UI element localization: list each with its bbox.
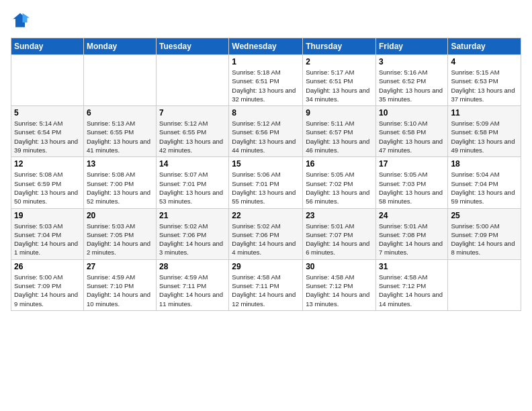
day-info: Sunrise: 5:18 AM Sunset: 6:51 PM Dayligh… [232,68,300,103]
calendar-day-cell: 23Sunrise: 5:01 AM Sunset: 7:07 PM Dayli… [303,208,376,259]
day-info: Sunrise: 4:58 AM Sunset: 7:12 PM Dayligh… [379,273,445,308]
day-info: Sunrise: 5:07 AM Sunset: 7:01 PM Dayligh… [159,170,226,205]
logo [11,11,32,30]
day-number: 9 [306,108,373,118]
day-info: Sunrise: 5:12 AM Sunset: 6:56 PM Dayligh… [232,119,300,154]
day-info: Sunrise: 5:00 AM Sunset: 7:09 PM Dayligh… [451,222,518,257]
day-info: Sunrise: 5:04 AM Sunset: 7:04 PM Dayligh… [451,170,518,205]
calendar-day-cell: 7Sunrise: 5:12 AM Sunset: 6:55 PM Daylig… [157,106,229,157]
calendar-day-cell: 21Sunrise: 5:02 AM Sunset: 7:06 PM Dayli… [157,208,229,259]
day-number: 4 [451,57,518,66]
day-number: 6 [87,108,153,118]
calendar-day-cell: 24Sunrise: 5:01 AM Sunset: 7:08 PM Dayli… [375,208,447,259]
calendar-day-cell: 1Sunrise: 5:18 AM Sunset: 6:51 PM Daylig… [229,55,303,106]
calendar-day-cell: 6Sunrise: 5:13 AM Sunset: 6:55 PM Daylig… [83,106,156,157]
calendar-day-cell: 30Sunrise: 4:58 AM Sunset: 7:12 PM Dayli… [303,259,376,310]
day-number: 21 [159,211,226,220]
day-number: 2 [306,57,373,66]
calendar-day-cell: 25Sunrise: 5:00 AM Sunset: 7:09 PM Dayli… [448,208,521,259]
calendar-day-cell: 3Sunrise: 5:16 AM Sunset: 6:52 PM Daylig… [375,55,447,106]
day-info: Sunrise: 4:58 AM Sunset: 7:12 PM Dayligh… [306,273,373,308]
page-header [11,11,521,30]
logo-icon [11,11,30,30]
day-info: Sunrise: 5:16 AM Sunset: 6:52 PM Dayligh… [379,68,445,103]
day-number: 5 [14,108,81,118]
weekday-header-cell: Thursday [303,38,376,55]
day-number: 30 [306,262,373,271]
calendar-day-cell: 29Sunrise: 4:58 AM Sunset: 7:11 PM Dayli… [229,259,303,310]
weekday-header-row: SundayMondayTuesdayWednesdayThursdayFrid… [11,38,521,55]
day-info: Sunrise: 5:09 AM Sunset: 6:58 PM Dayligh… [451,119,518,154]
calendar-day-cell: 28Sunrise: 4:59 AM Sunset: 7:11 PM Dayli… [157,259,229,310]
day-number: 3 [379,57,445,66]
calendar-day-cell: 11Sunrise: 5:09 AM Sunset: 6:58 PM Dayli… [448,106,521,157]
calendar-day-cell: 31Sunrise: 4:58 AM Sunset: 7:12 PM Dayli… [375,259,447,310]
day-info: Sunrise: 5:05 AM Sunset: 7:03 PM Dayligh… [379,170,445,205]
day-number: 25 [451,211,518,220]
day-info: Sunrise: 5:01 AM Sunset: 7:07 PM Dayligh… [306,222,373,257]
day-number: 12 [14,159,81,169]
day-info: Sunrise: 5:14 AM Sunset: 6:54 PM Dayligh… [14,119,81,154]
day-number: 8 [232,108,300,118]
weekday-header-cell: Wednesday [229,38,303,55]
day-info: Sunrise: 5:06 AM Sunset: 7:01 PM Dayligh… [232,170,300,205]
calendar-day-cell [83,55,156,106]
calendar-week-row: 12Sunrise: 5:08 AM Sunset: 6:59 PM Dayli… [11,157,521,208]
calendar-day-cell: 14Sunrise: 5:07 AM Sunset: 7:01 PM Dayli… [157,157,229,208]
day-info: Sunrise: 5:00 AM Sunset: 7:09 PM Dayligh… [14,273,81,308]
weekday-header-cell: Saturday [448,38,521,55]
day-number: 26 [14,262,81,271]
calendar-day-cell: 17Sunrise: 5:05 AM Sunset: 7:03 PM Dayli… [375,157,447,208]
calendar-day-cell: 8Sunrise: 5:12 AM Sunset: 6:56 PM Daylig… [229,106,303,157]
day-info: Sunrise: 5:02 AM Sunset: 7:06 PM Dayligh… [159,222,226,257]
weekday-header-cell: Friday [375,38,447,55]
day-info: Sunrise: 5:02 AM Sunset: 7:06 PM Dayligh… [232,222,300,257]
calendar-day-cell: 19Sunrise: 5:03 AM Sunset: 7:04 PM Dayli… [11,208,84,259]
calendar-week-row: 5Sunrise: 5:14 AM Sunset: 6:54 PM Daylig… [11,106,521,157]
calendar-day-cell: 2Sunrise: 5:17 AM Sunset: 6:51 PM Daylig… [303,55,376,106]
weekday-header-cell: Sunday [11,38,84,55]
day-info: Sunrise: 5:01 AM Sunset: 7:08 PM Dayligh… [379,222,445,257]
day-number: 29 [232,262,300,271]
day-number: 23 [306,211,373,220]
day-number: 28 [159,262,226,271]
day-info: Sunrise: 4:58 AM Sunset: 7:11 PM Dayligh… [232,273,300,308]
day-number: 24 [379,211,445,220]
calendar-table: SundayMondayTuesdayWednesdayThursdayFrid… [11,38,521,311]
calendar-day-cell: 13Sunrise: 5:08 AM Sunset: 7:00 PM Dayli… [83,157,156,208]
calendar-week-row: 26Sunrise: 5:00 AM Sunset: 7:09 PM Dayli… [11,259,521,310]
calendar-day-cell: 12Sunrise: 5:08 AM Sunset: 6:59 PM Dayli… [11,157,84,208]
day-number: 19 [14,211,81,220]
day-number: 27 [87,262,153,271]
weekday-header-cell: Tuesday [157,38,229,55]
calendar-day-cell: 5Sunrise: 5:14 AM Sunset: 6:54 PM Daylig… [11,106,84,157]
day-number: 11 [451,108,518,118]
day-number: 14 [159,159,226,169]
day-info: Sunrise: 5:13 AM Sunset: 6:55 PM Dayligh… [87,119,153,154]
day-number: 10 [379,108,445,118]
calendar-day-cell: 20Sunrise: 5:03 AM Sunset: 7:05 PM Dayli… [83,208,156,259]
day-number: 20 [87,211,153,220]
calendar-day-cell: 15Sunrise: 5:06 AM Sunset: 7:01 PM Dayli… [229,157,303,208]
day-info: Sunrise: 5:08 AM Sunset: 6:59 PM Dayligh… [14,170,81,205]
day-info: Sunrise: 5:05 AM Sunset: 7:02 PM Dayligh… [306,170,373,205]
calendar-day-cell: 18Sunrise: 5:04 AM Sunset: 7:04 PM Dayli… [448,157,521,208]
day-info: Sunrise: 5:17 AM Sunset: 6:51 PM Dayligh… [306,68,373,103]
day-info: Sunrise: 5:12 AM Sunset: 6:55 PM Dayligh… [159,119,226,154]
day-number: 15 [232,159,300,169]
weekday-header-cell: Monday [83,38,156,55]
calendar-day-cell: 27Sunrise: 4:59 AM Sunset: 7:10 PM Dayli… [83,259,156,310]
day-number: 13 [87,159,153,169]
calendar-day-cell: 26Sunrise: 5:00 AM Sunset: 7:09 PM Dayli… [11,259,84,310]
day-number: 16 [306,159,373,169]
day-number: 18 [451,159,518,169]
day-info: Sunrise: 5:10 AM Sunset: 6:58 PM Dayligh… [379,119,445,154]
day-number: 7 [159,108,226,118]
calendar-day-cell: 22Sunrise: 5:02 AM Sunset: 7:06 PM Dayli… [229,208,303,259]
day-number: 17 [379,159,445,169]
day-number: 22 [232,211,300,220]
day-info: Sunrise: 4:59 AM Sunset: 7:10 PM Dayligh… [87,273,153,308]
day-info: Sunrise: 5:03 AM Sunset: 7:04 PM Dayligh… [14,222,81,257]
calendar-day-cell: 16Sunrise: 5:05 AM Sunset: 7:02 PM Dayli… [303,157,376,208]
day-info: Sunrise: 5:15 AM Sunset: 6:53 PM Dayligh… [451,68,518,103]
